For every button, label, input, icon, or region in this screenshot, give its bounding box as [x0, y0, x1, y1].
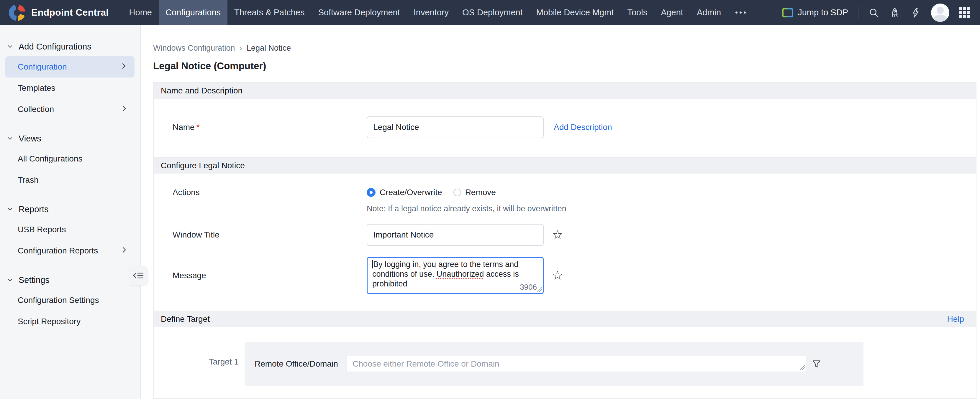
target-row: Target 1 Remote Office/Domain: [173, 342, 976, 386]
sidebar-item-configuration[interactable]: Configuration: [5, 56, 135, 78]
panel-define-target: Define Target Help Target 1 Remote Offic…: [153, 310, 977, 399]
nav-item-tools[interactable]: Tools: [620, 0, 654, 25]
breadcrumb-chevron-icon: ›: [240, 43, 242, 53]
nav-item-software-deployment[interactable]: Software Deployment: [312, 0, 407, 25]
sidebar-item-templates[interactable]: Templates: [0, 78, 140, 99]
radio-selected-icon: [367, 188, 375, 197]
panel-header-name-description: Name and Description: [154, 83, 976, 99]
message-textarea[interactable]: By logging in, you agree to the terms an…: [367, 257, 544, 294]
panel-configure-legal-notice: Configure Legal Notice Actions Create/Ov…: [153, 157, 977, 311]
nav-item-configurations[interactable]: Configurations: [159, 0, 228, 25]
panel-header-label: Define Target: [161, 314, 210, 324]
sidebar-item-label: Trash: [18, 175, 39, 185]
sidebar-header-settings[interactable]: Settings: [0, 270, 140, 290]
nav-item-os-deployment[interactable]: OS Deployment: [455, 0, 530, 25]
resize-handle[interactable]: [800, 365, 805, 370]
favorite-star-icon[interactable]: ☆: [552, 229, 563, 241]
radio-remove[interactable]: Remove: [453, 188, 496, 197]
help-link[interactable]: Help: [947, 314, 969, 324]
sidebar-item-all-configurations[interactable]: All Configurations: [0, 148, 140, 169]
sidebar-section-title: Settings: [19, 275, 49, 285]
sidebar-item-collection[interactable]: Collection: [0, 99, 140, 120]
user-avatar[interactable]: [931, 3, 949, 22]
panel-header-configure: Configure Legal Notice: [154, 158, 976, 174]
jump-to-sdp-link[interactable]: Jump to SDP: [782, 7, 848, 18]
page-title: Legal Notice (Computer): [153, 60, 977, 71]
panel-header-label: Name and Description: [161, 86, 242, 95]
sidebar-item-configuration-settings[interactable]: Configuration Settings: [0, 290, 140, 311]
nav-item-threats-patches[interactable]: Threats & Patches: [228, 0, 312, 25]
sidebar-section-add-configurations: Add Configurations Configuration Templat…: [0, 37, 140, 120]
sidebar-item-label: USB Reports: [18, 225, 66, 234]
sidebar-header-add-configurations[interactable]: Add Configurations: [0, 37, 140, 56]
form-panels: Name and Description Name* Add Descripti…: [153, 82, 977, 399]
panel-body-define-target: Target 1 Remote Office/Domain: [154, 327, 976, 398]
chevron-down-icon: [6, 135, 14, 142]
sidebar-item-configuration-reports[interactable]: Configuration Reports: [0, 240, 140, 261]
sidebar-item-label: Script Repository: [18, 317, 81, 326]
nav-item-admin[interactable]: Admin: [690, 0, 728, 25]
nav-item-mobile-device-mgmt[interactable]: Mobile Device Mgmt: [530, 0, 621, 25]
remote-office-input-wrap: [347, 356, 806, 372]
char-count: 3906: [520, 282, 537, 292]
radio-create-overwrite[interactable]: Create/Overwrite: [367, 188, 442, 197]
chevron-right-icon: [120, 104, 128, 114]
breadcrumb-current: Legal Notice: [247, 44, 291, 53]
actions-label: Actions: [173, 188, 367, 197]
sidebar-section-reports: Reports USB Reports Configuration Report…: [0, 200, 140, 261]
panel-name-description: Name and Description Name* Add Descripti…: [153, 82, 977, 158]
sidebar-item-label: Configuration Settings: [18, 296, 99, 305]
add-description-link[interactable]: Add Description: [554, 123, 612, 132]
main-content: Windows Configuration › Legal Notice Leg…: [141, 25, 980, 399]
brand[interactable]: Endpoint Central: [0, 0, 123, 25]
sidebar-item-label: Configuration: [18, 62, 67, 71]
jump-to-sdp-label: Jump to SDP: [798, 8, 848, 17]
window-title-input[interactable]: [367, 224, 544, 246]
apps-grid-icon[interactable]: [959, 7, 970, 18]
chevron-down-icon: [6, 43, 14, 50]
panel-body-name-description: Name* Add Description: [154, 99, 976, 157]
panel-body-configure: Actions Create/Overwrite Remove: [154, 174, 976, 310]
whats-new-rocket-icon[interactable]: [889, 7, 900, 18]
remote-office-input[interactable]: [347, 356, 806, 372]
resize-handle[interactable]: [537, 287, 542, 292]
required-asterisk: *: [196, 123, 200, 132]
chevron-down-icon: [6, 206, 14, 213]
name-input[interactable]: [367, 116, 544, 138]
nav-more-ellipsis-icon[interactable]: [728, 0, 753, 25]
top-bar: Endpoint Central Home Configurations Thr…: [0, 0, 980, 25]
name-label: Name*: [173, 123, 367, 132]
window-title-row: Window Title ☆: [173, 224, 976, 246]
nav-item-inventory[interactable]: Inventory: [407, 0, 455, 25]
nav-item-home[interactable]: Home: [123, 0, 159, 25]
sidebar-item-label: Templates: [18, 83, 56, 93]
remote-office-label: Remote Office/Domain: [255, 359, 347, 369]
sidebar-item-usb-reports[interactable]: USB Reports: [0, 219, 140, 240]
sidebar-section-views: Views All Configurations Trash: [0, 129, 140, 191]
sdp-logo-icon: [782, 7, 793, 18]
topbar-divider: [858, 6, 859, 19]
message-row: Message By logging in, you agree to the …: [173, 257, 976, 294]
breadcrumb: Windows Configuration › Legal Notice: [153, 43, 977, 53]
sidebar-item-label: Configuration Reports: [18, 246, 98, 255]
filter-funnel-icon[interactable]: [811, 359, 822, 369]
actions-radio-group: Create/Overwrite Remove: [367, 188, 496, 197]
sidebar-header-reports[interactable]: Reports: [0, 200, 140, 219]
sidebar-item-trash[interactable]: Trash: [0, 169, 140, 191]
breadcrumb-parent[interactable]: Windows Configuration: [153, 44, 235, 53]
sidebar-item-script-repository[interactable]: Script Repository: [0, 311, 140, 332]
name-row: Name* Add Description: [173, 116, 976, 138]
sidebar-item-label: Collection: [18, 104, 54, 114]
radio-label: Create/Overwrite: [380, 188, 442, 197]
favorite-star-icon[interactable]: ☆: [552, 269, 563, 282]
brand-name: Endpoint Central: [31, 7, 109, 18]
search-icon[interactable]: [868, 7, 880, 18]
actions-row: Actions Create/Overwrite Remove: [173, 188, 976, 197]
main-nav: Home Configurations Threats & Patches So…: [123, 0, 754, 25]
lightning-bolt-icon[interactable]: [910, 7, 921, 18]
sidebar-header-views[interactable]: Views: [0, 129, 140, 148]
target-panel: Remote Office/Domain: [245, 342, 864, 386]
nav-item-agent[interactable]: Agent: [654, 0, 690, 25]
topbar-right: Jump to SDP: [782, 0, 980, 25]
sidebar-collapse-toggle[interactable]: [129, 266, 148, 285]
